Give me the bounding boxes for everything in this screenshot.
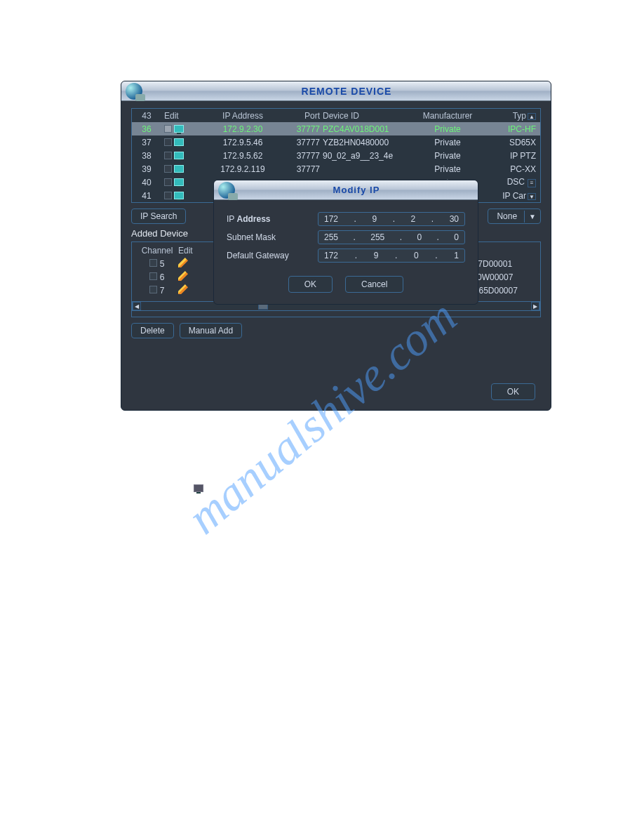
cell-num: 37 [132, 138, 161, 147]
col-manufacturer[interactable]: Manufacturer [414, 111, 481, 121]
device-edit-icon [194, 482, 203, 495]
cell-num: 36 [132, 124, 161, 134]
ip-octet[interactable]: 0 [454, 232, 459, 242]
window-titlebar[interactable]: REMOTE DEVICE [121, 81, 551, 101]
modal-title: Modify IP [235, 185, 478, 195]
row-checkbox[interactable] [164, 192, 172, 199]
ip-octet[interactable]: 0 [417, 232, 422, 242]
default-gateway-input[interactable]: 172. 9. 0. 1 [318, 249, 465, 263]
ip-search-button[interactable]: IP Search [131, 208, 186, 224]
cell-type: IP PTZ [481, 151, 540, 161]
cell-type: DSC≡ [481, 177, 540, 187]
cell-deviceid: 90_02_a9__23_4e [323, 151, 414, 161]
manual-add-button[interactable]: Manual Add [180, 323, 242, 338]
ip-address-label: IP IP AddressAddress [227, 214, 318, 224]
table-row[interactable]: 39 172.9.2.119 37777 Private PC-XX [132, 162, 540, 176]
cell-num: 38 [132, 151, 161, 161]
cell-num: 39 [132, 164, 161, 174]
device-edit-icon[interactable] [174, 125, 184, 133]
cell-mfr: Private [414, 124, 481, 134]
ip-octet[interactable]: 255 [370, 232, 384, 242]
app-icon [126, 83, 142, 100]
app-icon [218, 182, 235, 199]
cell-mfr: Private [414, 151, 481, 161]
ip-octet[interactable]: 9 [372, 214, 377, 224]
col-deviceid[interactable]: Device ID [323, 111, 414, 121]
row-checkbox[interactable] [149, 259, 157, 267]
default-gateway-label: Default Gateway [227, 251, 318, 260]
cell-channel: 6 [160, 272, 165, 282]
cell-ip: 172.9.2.119 [201, 164, 285, 174]
cell-deviceid: YZB2HN0480000 [323, 138, 414, 147]
row-checkbox[interactable] [164, 125, 172, 133]
cell-type: IPC-HF [481, 124, 540, 134]
modal-titlebar[interactable]: Modify IP [214, 180, 478, 200]
cell-mfr: Private [414, 138, 481, 147]
cell-type: SD65X [481, 138, 540, 147]
grid-header-row: 43 Edit IP Address Port Device ID Manufa… [132, 109, 540, 122]
pencil-icon[interactable] [178, 258, 188, 267]
device-edit-icon[interactable] [174, 178, 184, 186]
modal-cancel-button[interactable]: Cancel [345, 276, 403, 293]
scroll-down-icon[interactable]: ▼ [528, 193, 536, 200]
device-edit-icon[interactable] [174, 152, 184, 159]
table-row[interactable]: 38 172.9.5.62 37777 90_02_a9__23_4e Priv… [132, 149, 540, 162]
row-checkbox[interactable] [149, 272, 157, 280]
col-count[interactable]: 43 [132, 111, 161, 121]
ip-octet[interactable]: 9 [374, 251, 379, 260]
ok-button[interactable]: OK [491, 383, 535, 400]
cell-mfr: Private [414, 164, 481, 174]
ip-octet[interactable]: 255 [324, 232, 338, 242]
cell-port: 37777 [285, 138, 323, 147]
table-row[interactable]: 37 172.9.5.46 37777 YZB2HN0480000 Privat… [132, 135, 540, 149]
cell-channel: 5 [160, 259, 165, 269]
subnet-mask-label: Subnet Mask [227, 232, 318, 242]
col-ip[interactable]: IP Address [201, 111, 285, 121]
row-checkbox[interactable] [164, 152, 172, 159]
modify-ip-dialog: Modify IP IP IP AddressAddress 172. 9. 2… [213, 180, 478, 305]
cell-type: IP Car▼ [481, 191, 540, 201]
row-checkbox[interactable] [149, 286, 157, 293]
subnet-mask-input[interactable]: 255. 255. 0. 0 [318, 230, 465, 244]
ip-octet[interactable]: 172 [324, 214, 338, 224]
filter-dropdown[interactable]: None ▼ [488, 208, 541, 224]
pencil-icon[interactable] [178, 271, 188, 281]
ip-octet[interactable]: 30 [450, 214, 459, 224]
cell-port: 37777 [285, 151, 323, 161]
scroll-right-icon[interactable]: ▶ [531, 302, 539, 310]
col-port[interactable]: Port [285, 111, 323, 121]
cell-channel: 7 [160, 286, 165, 296]
col-edit[interactable]: Edit [161, 111, 201, 121]
col-channel[interactable]: Channel [136, 246, 178, 256]
device-edit-icon[interactable] [174, 165, 184, 173]
row-checkbox[interactable] [164, 165, 172, 173]
chevron-down-icon[interactable]: ▼ [524, 211, 540, 223]
cell-port: 37777 [285, 164, 323, 174]
table-row[interactable]: 36 172.9.2.30 37777 PZC4AV018D001 Privat… [132, 122, 540, 135]
ip-address-input[interactable]: 172. 9. 2. 30 [318, 212, 465, 226]
scroll-menu-icon[interactable]: ≡ [528, 179, 536, 187]
device-edit-icon[interactable] [174, 138, 184, 146]
cell-num: 40 [132, 178, 161, 187]
ip-octet[interactable]: 172 [324, 251, 338, 260]
ip-octet[interactable]: 2 [411, 214, 416, 224]
window-title: REMOTE DEVICE [142, 86, 551, 97]
cell-ip: 172.9.2.30 [201, 124, 285, 134]
pencil-icon[interactable] [178, 284, 188, 294]
modal-ok-button[interactable]: OK [288, 276, 333, 293]
sort-up-icon[interactable]: ▲ [528, 113, 536, 120]
cell-num: 41 [132, 191, 161, 201]
cell-ip: 172.9.5.62 [201, 151, 285, 161]
col-type[interactable]: Typ▲ [481, 111, 540, 121]
ip-octet[interactable]: 0 [414, 251, 419, 260]
row-checkbox[interactable] [164, 138, 172, 146]
device-edit-icon[interactable] [174, 192, 184, 199]
col-edit[interactable]: Edit [178, 246, 209, 256]
cell-port: 37777 [285, 124, 323, 134]
delete-button[interactable]: Delete [131, 323, 174, 338]
ip-octet[interactable]: 1 [454, 251, 459, 260]
scroll-left-icon[interactable]: ◀ [133, 302, 141, 310]
cell-deviceid: PZC4AV018D001 [323, 124, 414, 134]
row-checkbox[interactable] [164, 178, 172, 186]
cell-type: PC-XX [481, 164, 540, 174]
